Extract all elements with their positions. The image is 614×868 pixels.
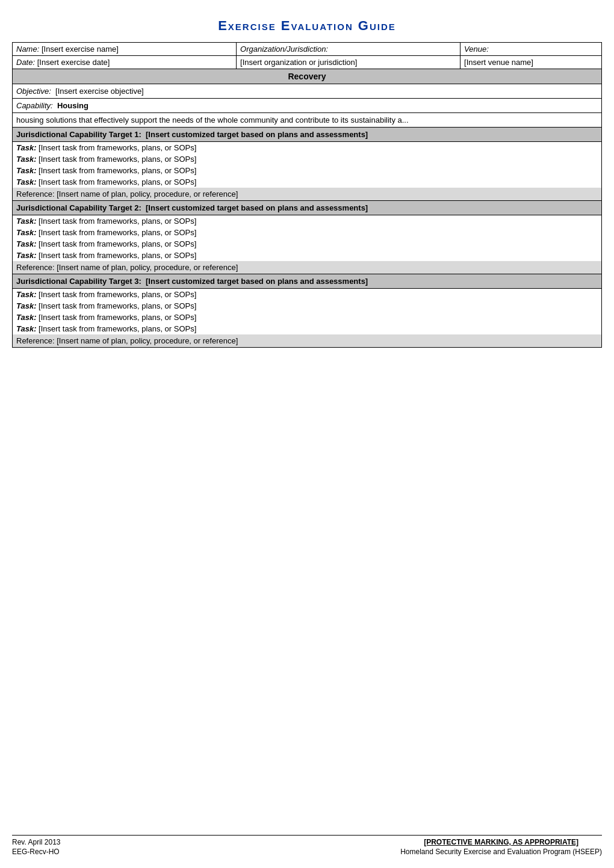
reference-label-2: Reference: — [16, 263, 55, 272]
task-row-2-4: Task: [Insert task from frameworks, plan… — [12, 250, 602, 261]
capability-row: Capability: Housing — [12, 99, 602, 113]
footer: Rev. April 2013 EEG-Recv-HO [PROTECTIVE … — [12, 835, 602, 856]
reference-label-3: Reference: — [16, 336, 55, 345]
reference-value-1: [Insert name of plan, policy, procedure,… — [57, 189, 238, 199]
task-row-3-1: Task: [Insert task from frameworks, plan… — [12, 289, 602, 300]
page: Exercise Evaluation Guide Name: [Insert … — [0, 0, 614, 868]
task-row-2-2: Task: [Insert task from frameworks, plan… — [12, 227, 602, 238]
task-label-2-2: Task: — [16, 228, 36, 237]
task-row-1-4: Task: [Insert task from frameworks, plan… — [12, 176, 602, 188]
task-row-2-3: Task: [Insert task from frameworks, plan… — [12, 238, 602, 250]
page-title: Exercise Evaluation Guide — [12, 18, 602, 34]
footer-marking: [PROTECTIVE MARKING, AS APPROPRIATE] — [400, 838, 602, 846]
header-table: Name: [Insert exercise name] Organizatio… — [12, 42, 602, 69]
reference-value-3: [Insert name of plan, policy, procedure,… — [57, 336, 238, 345]
task-label-3-2: Task: — [16, 301, 36, 310]
targets-container: Jurisdictional Capability Target 1: [Ins… — [12, 128, 602, 348]
objective-label: Objective: — [16, 87, 51, 96]
venue-label: Venue: — [464, 45, 489, 54]
target-value-1: [Insert customized target based on plans… — [146, 130, 368, 139]
task-row-1-1: Task: [Insert task from frameworks, plan… — [12, 142, 602, 153]
task-label-2-3: Task: — [16, 239, 36, 248]
reference-value-2: [Insert name of plan, policy, procedure,… — [57, 263, 238, 272]
task-value-2-2: [Insert task from frameworks, plans, or … — [39, 228, 196, 237]
target-value-3: [Insert customized target based on plans… — [146, 277, 368, 286]
task-label-2-4: Task: — [16, 251, 36, 260]
task-value-3-2: [Insert task from frameworks, plans, or … — [39, 301, 196, 310]
reference-row-2: Reference: [Insert name of plan, policy,… — [12, 261, 602, 274]
capability-label: Capability: — [16, 101, 53, 110]
target-header-3: Jurisdictional Capability Target 3: [Ins… — [12, 274, 602, 289]
name-label: Name: — [16, 45, 39, 54]
date-label: Date: — [16, 58, 35, 67]
org-value: [Insert organization or jurisdiction] — [240, 58, 357, 67]
task-row-1-3: Task: [Insert task from frameworks, plan… — [12, 165, 602, 176]
footer-center: [PROTECTIVE MARKING, AS APPROPRIATE] Hom… — [400, 838, 602, 856]
date-value: [Insert exercise date] — [37, 58, 110, 67]
task-value-1-4: [Insert task from frameworks, plans, or … — [39, 177, 196, 186]
task-row-1-2: Task: [Insert task from frameworks, plan… — [12, 153, 602, 165]
footer-code: EEG-Recv-HO — [12, 848, 61, 856]
reference-row-1: Reference: [Insert name of plan, policy,… — [12, 188, 602, 201]
task-label-1-1: Task: — [16, 143, 36, 152]
venue-value: [Insert venue name] — [464, 58, 533, 67]
reference-label-1: Reference: — [16, 189, 55, 199]
footer-left: Rev. April 2013 EEG-Recv-HO — [12, 838, 61, 856]
reference-row-3: Reference: [Insert name of plan, policy,… — [12, 334, 602, 348]
task-label-1-2: Task: — [16, 155, 36, 164]
task-value-1-3: [Insert task from frameworks, plans, or … — [39, 166, 196, 175]
task-label-2-1: Task: — [16, 217, 36, 226]
task-row-2-1: Task: [Insert task from frameworks, plan… — [12, 215, 602, 227]
footer-rev: Rev. April 2013 — [12, 838, 61, 846]
target-header-1: Jurisdictional Capability Target 1: [Ins… — [12, 128, 602, 142]
task-row-3-3: Task: [Insert task from frameworks, plan… — [12, 312, 602, 323]
target-label-1: Jurisdictional Capability Target 1: — [16, 130, 146, 139]
task-value-3-3: [Insert task from frameworks, plans, or … — [39, 313, 196, 322]
recovery-bar: Recovery — [12, 69, 602, 84]
task-label-1-4: Task: — [16, 177, 36, 186]
task-value-1-1: [Insert task from frameworks, plans, or … — [39, 143, 196, 152]
capability-value: Housing — [57, 101, 88, 110]
target-header-2: Jurisdictional Capability Target 2: [Ins… — [12, 201, 602, 215]
task-value-2-4: [Insert task from frameworks, plans, or … — [39, 251, 196, 260]
task-label-1-3: Task: — [16, 166, 36, 175]
task-label-3-1: Task: — [16, 290, 36, 299]
footer-program: Homeland Security Exercise and Evaluatio… — [400, 848, 602, 856]
task-value-1-2: [Insert task from frameworks, plans, or … — [39, 155, 196, 164]
task-value-3-4: [Insert task from frameworks, plans, or … — [39, 324, 196, 333]
task-row-3-4: Task: [Insert task from frameworks, plan… — [12, 323, 602, 334]
task-row-3-2: Task: [Insert task from frameworks, plan… — [12, 300, 602, 312]
task-value-3-1: [Insert task from frameworks, plans, or … — [39, 290, 196, 299]
task-value-2-3: [Insert task from frameworks, plans, or … — [39, 239, 196, 248]
target-label-2: Jurisdictional Capability Target 2: — [16, 203, 146, 212]
objective-value: [Insert exercise objective] — [55, 87, 144, 96]
task-label-3-4: Task: — [16, 324, 36, 333]
objective-row: Objective: [Insert exercise objective] — [12, 84, 602, 99]
task-value-2-1: [Insert task from frameworks, plans, or … — [39, 217, 196, 226]
name-value: [Insert exercise name] — [42, 45, 119, 54]
target-label-3: Jurisdictional Capability Target 3: — [16, 277, 146, 286]
task-label-3-3: Task: — [16, 313, 36, 322]
target-value-2: [Insert customized target based on plans… — [146, 203, 368, 212]
capability-description: housing solutions that effectively suppo… — [12, 113, 602, 128]
org-label: Organization/Jurisdiction: — [240, 45, 328, 54]
